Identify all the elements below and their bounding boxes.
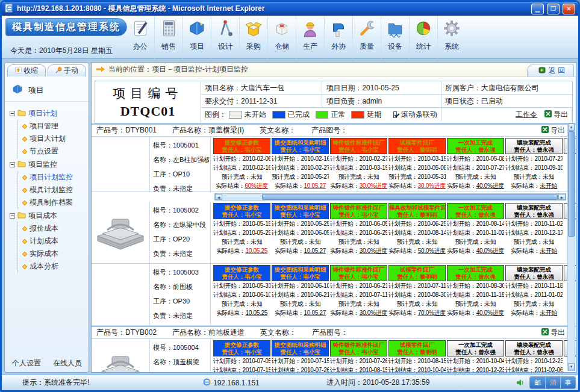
actual-progress-link[interactable]: 40.0%进度 [476, 182, 504, 189]
back-button[interactable]: 返 回 [527, 64, 574, 76]
task-card[interactable]: 提交图纸和采购明细责任人：韦小宝计划开始：2010-02-16计划结束：2010… [272, 138, 329, 191]
toolbar-project[interactable]: 项目 [182, 16, 211, 58]
task-card-header: 试模零件回厂责任人：黎明明 [388, 265, 446, 281]
task-card[interactable]: 试模零件回厂责任人：黎明明计划开始：2010-08-15计划结束：2010-10… [388, 340, 446, 373]
work-order-link[interactable]: 工作令 [516, 110, 537, 120]
task-card[interactable]: 镶块装配完成责任人：曾永强计划开始：2010-12-23计划结束：2011-02… [505, 340, 563, 373]
export-link[interactable]: 导出 [541, 125, 565, 135]
tree-node-project-cost[interactable]: 项目成本 [10, 209, 87, 222]
task-card[interactable]: 铸件锻件标准件回厂责任人：韦小宝计划开始：2010-02-27计划结束：2010… [330, 138, 387, 191]
tree-leaf-project-master-plan[interactable]: 项目大计划 [18, 132, 87, 145]
toolbar-equipment[interactable]: 设备 [381, 16, 409, 58]
task-card[interactable]: 一次加工完成责任人：曾永强计划开始：2010-10-04计划结束：2010-12… [447, 340, 504, 373]
export-link[interactable]: 导出 [544, 110, 568, 120]
toolbar-statistics[interactable]: 统计 [409, 16, 437, 58]
actual-progress-link[interactable]: 30.0%进度 [360, 310, 387, 316]
tree-leaf-cost-analysis[interactable]: 成本分析 [18, 260, 87, 273]
task-card[interactable]: 镶块装配完成责任人：曾永强计划开始：2010-11-02计划结束：2010-12… [505, 203, 563, 263]
linked-scroll-checkbox[interactable] [393, 111, 397, 118]
tree-leaf-actual-cost[interactable]: 实际成本 [18, 247, 87, 260]
task-card[interactable]: 提交图纸和采购明细责任人：韦小宝计划开始：2010-07-15计划结束：2010… [272, 340, 329, 373]
task-actual-end: 实际结束：10.05.25 [213, 308, 270, 317]
task-button[interactable]: 事 [560, 377, 575, 388]
task-card[interactable]: 提交修正参数责任人：韦小宝计划开始：2010-02-06计划结束：2010-02… [213, 138, 270, 191]
actual-progress-link[interactable]: 40.0%进度 [476, 247, 504, 254]
actual-progress-link[interactable]: 10.05.25 [245, 310, 267, 316]
toolbar-sales[interactable]: 销售 [154, 16, 182, 58]
task-card[interactable]: 试模零件回厂责任人：黎明明计划开始：2010-03-19计划结束：2010-05… [388, 138, 446, 191]
actual-progress-link[interactable]: 40.0%进度 [476, 310, 504, 316]
toolbar-production[interactable]: 生产 [296, 16, 324, 58]
toolbar-warehouse[interactable]: 仓储 [267, 16, 296, 58]
task-card[interactable]: 提交修正参数责任人：韦小宝计划开始：2010-05-31计划结束：2010-06… [213, 265, 270, 325]
toolbar-system[interactable]: 系统 [437, 16, 466, 58]
toolbar-outsourcing[interactable]: 外协 [324, 16, 352, 58]
tree-node-project-plan[interactable]: 项目计划 [10, 107, 87, 120]
actual-progress-link[interactable]: 10.05.27 [304, 310, 326, 316]
horizontal-scrollbar[interactable]: ◀▶ [214, 193, 566, 201]
actual-progress-link[interactable]: 30.0%进度 [418, 182, 446, 189]
actual-progress-link[interactable]: 10.05.27 [304, 182, 326, 189]
task-card[interactable]: 铸件锻件标准件回厂责任人：韦小宝计划开始：2010-07-26计划结束：2010… [330, 340, 387, 373]
actual-progress-link[interactable]: 10.05.27 [304, 247, 326, 254]
maximize-button[interactable]: ❐ [547, 4, 560, 14]
task-card[interactable]: 提交图纸和采购明细责任人：韦小宝计划开始：2010-06-10计划结束：2010… [272, 265, 329, 325]
task-card[interactable]: 一次加工完成责任人：曾永强计划开始：2010-08-14计划结束：2010-11… [447, 203, 504, 263]
actual-progress-link[interactable]: 未开始 [540, 182, 557, 189]
tree-node-project-monitor[interactable]: 项目监控 [10, 158, 87, 171]
export-link[interactable]: 导出 [541, 328, 565, 338]
tree-leaf-mold-plan-monitor[interactable]: 模具计划监控 [18, 184, 87, 196]
message-button[interactable]: 消 [545, 377, 560, 388]
tree-expander-icon[interactable] [10, 213, 15, 219]
task-card[interactable]: 镶块装配完成责任人：曾永强计划开始：2010-11-18计划结束：2011-01… [505, 265, 563, 325]
personal-settings-link[interactable]: 个人设置 [12, 358, 41, 369]
mail-button[interactable]: 邮 [530, 377, 545, 388]
toolbar-office[interactable]: 办公 [126, 16, 154, 58]
task-card[interactable]: 一次加工完成责任人：曾永强计划开始：2010-08-30计划结束：2010-11… [447, 265, 504, 325]
task-card[interactable]: 提交修正参数责任人：韦小宝计划开始：2010-07-05计划结束：2010-07… [213, 340, 270, 373]
task-card[interactable]: 提交修正参数责任人：韦小宝计划开始：2010-05-15计划结束：2010-05… [213, 203, 270, 263]
close-button[interactable]: ✕ [563, 4, 575, 14]
actual-progress-link[interactable]: 50.0%进度 [418, 247, 446, 254]
vertical-scroll-thumb[interactable] [568, 131, 575, 237]
task-card[interactable]: 镶块装配完成责任人：曾永强计划开始：2010-07-27计划结束：2010-09… [505, 138, 563, 191]
task-card[interactable]: 试模零件回厂责任人：黎明明计划开始：2010-07-11计划结束：2010-08… [388, 265, 446, 325]
scroll-left-arrow[interactable]: ◀ [215, 194, 222, 200]
actual-progress-link[interactable]: 未开始 [540, 310, 557, 316]
tree-leaf-project-plan-monitor[interactable]: 项目计划监控 [18, 171, 87, 184]
scroll-right-arrow[interactable]: ▶ [558, 194, 566, 200]
task-card[interactable]: 铸件锻件标准件回厂责任人：韦小宝计划开始：2010-06-21计划结束：2010… [330, 265, 387, 325]
online-users-link[interactable]: 在线人员 [53, 358, 82, 369]
actual-progress-link[interactable]: 60%进度 [245, 182, 269, 189]
toolbar-purchase[interactable]: 采购 [239, 16, 267, 58]
actual-progress-link[interactable]: 30.0%进度 [360, 182, 387, 189]
task-card[interactable]: 提交图纸和采购明细责任人：韦小宝计划开始：2010-05-25计划结束：2010… [272, 203, 329, 263]
tree-expander-icon[interactable] [10, 162, 15, 167]
task-card[interactable]: 铸件锻件标准件回厂责任人：韦小宝计划开始：2010-06-05计划结束：2010… [330, 203, 387, 263]
scroll-down-arrow[interactable]: ▼ [568, 363, 575, 370]
project-code-label: 项目编号 [98, 85, 198, 102]
machine-icon [328, 18, 349, 40]
tree-leaf-project-management[interactable]: 项目管理 [18, 120, 87, 132]
speaker-icon[interactable] [517, 379, 523, 387]
tree-leaf-node-settings[interactable]: 节点设置 [18, 145, 87, 158]
scroll-up-arrow[interactable]: ▲ [568, 123, 575, 131]
tree-leaf-plan-cost[interactable]: 计划成本 [18, 235, 87, 247]
tab-manual[interactable]: 手动 [48, 64, 86, 76]
tree-expander-icon[interactable] [10, 111, 15, 116]
actual-progress-link[interactable]: 30.0%进度 [360, 247, 387, 254]
actual-progress-link[interactable]: 70.0%进度 [418, 310, 446, 316]
horizontal-scroll-thumb[interactable] [262, 194, 558, 200]
minimize-button[interactable]: ▁ [531, 4, 544, 14]
vertical-scrollbar[interactable]: ▲ ▼ [567, 123, 575, 371]
actual-progress-link[interactable]: 10.05.25 [245, 247, 267, 254]
toolbar-design[interactable]: 设计 [211, 16, 239, 58]
tree-leaf-mold-archive[interactable]: 模具制作档案 [18, 196, 87, 209]
task-card[interactable]: 一次加工完成责任人：曾永强计划开始：2010-05-08计划结束：2010-07… [447, 138, 504, 191]
ie-globe-icon [203, 378, 211, 388]
tree-leaf-quote-cost[interactable]: 报价成本 [18, 222, 87, 235]
toolbar-quality[interactable]: 质量 [352, 16, 381, 58]
actual-progress-link[interactable]: 未开始 [540, 247, 557, 254]
tab-collapse[interactable]: 收缩 [7, 64, 46, 76]
task-card[interactable]: 模具改制和试模零件回厂责任人：黎明明计划开始：2010-06-25计划结束：20… [388, 203, 446, 263]
